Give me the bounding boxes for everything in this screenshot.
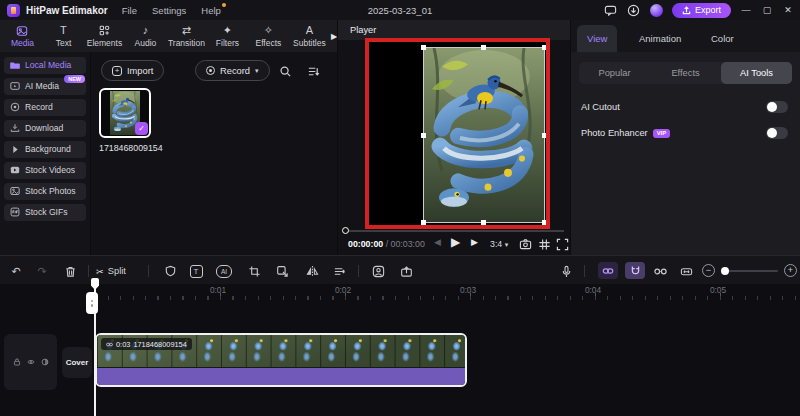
fit-timeline-button[interactable] bbox=[678, 263, 694, 279]
menu-help[interactable]: Help bbox=[201, 5, 221, 16]
zoom-in-button[interactable]: + bbox=[784, 264, 797, 277]
sidebar-item-stock-gifs[interactable]: Stock GIFs bbox=[4, 204, 86, 221]
grid-button[interactable] bbox=[538, 237, 551, 255]
sidebar-item-download[interactable]: Download bbox=[4, 120, 86, 137]
sidebar-item-background[interactable]: Background bbox=[4, 141, 86, 158]
media-library-panel: + Import Record ▾ ✓ 1718468009154 bbox=[90, 52, 337, 255]
split-button[interactable]: ✂ Split bbox=[96, 263, 126, 279]
filters-icon: ✦ bbox=[223, 24, 232, 37]
download-tray-icon bbox=[10, 123, 20, 133]
transition-icon: ⇄ bbox=[182, 24, 191, 37]
previous-frame-button[interactable]: ◀ bbox=[434, 237, 441, 247]
minimize-button[interactable]: — bbox=[740, 5, 752, 15]
scale-button[interactable] bbox=[274, 263, 290, 279]
flip-horizontal-button[interactable] bbox=[304, 263, 320, 279]
media-sidebar: Local Media AI Media NEW Record Download… bbox=[0, 52, 90, 255]
next-frame-button[interactable]: ▶ bbox=[471, 237, 478, 247]
sort-list-icon[interactable] bbox=[307, 64, 321, 78]
segment-popular[interactable]: Popular bbox=[579, 62, 650, 84]
tab-color[interactable]: Color bbox=[701, 25, 744, 52]
tab-effects[interactable]: ✧ Effects bbox=[248, 24, 289, 48]
background-expand-icon bbox=[10, 144, 20, 154]
stock-gifs-icon bbox=[10, 207, 20, 217]
speed-button[interactable] bbox=[331, 263, 347, 279]
maximize-button[interactable]: ▢ bbox=[761, 5, 773, 15]
export-button[interactable]: Export bbox=[672, 3, 731, 18]
ai-portrait-button[interactable] bbox=[370, 263, 386, 279]
zoom-out-button[interactable]: − bbox=[702, 264, 715, 277]
snapshot-button[interactable] bbox=[519, 237, 532, 255]
ai-cutout-toggle[interactable] bbox=[766, 101, 788, 113]
elements-icon bbox=[99, 24, 110, 37]
sidebar-item-local-media[interactable]: Local Media bbox=[4, 57, 86, 74]
segment-effects[interactable]: Effects bbox=[650, 62, 721, 84]
timeline-clip[interactable]: 0:03 1718468009154 bbox=[95, 333, 467, 387]
fullscreen-button[interactable] bbox=[556, 237, 569, 255]
ai-media-icon bbox=[10, 81, 20, 91]
clip-duration-bar bbox=[97, 368, 465, 385]
close-button[interactable]: ✕ bbox=[782, 5, 794, 15]
record-dropdown-caret-icon[interactable]: ▾ bbox=[255, 67, 259, 75]
seek-knob[interactable] bbox=[342, 227, 349, 234]
tab-elements[interactable]: Elements bbox=[84, 24, 125, 48]
timeline-area: 0:01 0:02 0:03 0:04 0:05 Cover 0:03 1718… bbox=[0, 284, 800, 416]
hide-track-icon[interactable] bbox=[27, 358, 35, 366]
tab-audio[interactable]: ♪ Audio bbox=[125, 24, 166, 48]
redo-button[interactable]: ↷ bbox=[34, 263, 50, 279]
unlink-button[interactable] bbox=[652, 263, 668, 279]
category-segmented-control: Popular Effects AI Tools bbox=[579, 62, 792, 84]
tab-text[interactable]: T Text bbox=[43, 24, 84, 48]
track-header-controls bbox=[4, 334, 57, 390]
sidebar-item-ai-media[interactable]: AI Media NEW bbox=[4, 78, 86, 95]
lock-track-icon[interactable] bbox=[13, 358, 21, 366]
playhead-handle[interactable] bbox=[86, 292, 98, 314]
record-button[interactable]: Record ▾ bbox=[195, 60, 270, 81]
add-text-button[interactable]: T bbox=[188, 263, 204, 279]
aspect-ratio-select[interactable]: 3:4 ▾ bbox=[490, 239, 508, 249]
undo-button[interactable]: ↶ bbox=[8, 263, 24, 279]
tab-transition[interactable]: ⇄ Transition bbox=[166, 24, 207, 48]
clip-link-icon bbox=[106, 341, 113, 348]
timeline-zoom-slider[interactable] bbox=[722, 270, 778, 272]
link-clips-button[interactable] bbox=[598, 262, 618, 279]
delete-button[interactable] bbox=[62, 263, 78, 279]
mute-track-icon[interactable] bbox=[41, 358, 49, 366]
crop-button[interactable] bbox=[246, 263, 262, 279]
play-button[interactable]: ▶ bbox=[451, 235, 460, 249]
segment-ai-tools[interactable]: AI Tools bbox=[721, 62, 792, 84]
media-item-name: 1718468009154 bbox=[99, 143, 163, 153]
search-icon[interactable] bbox=[279, 64, 293, 78]
project-title: 2025-03-23_01 bbox=[368, 5, 432, 16]
folder-icon bbox=[10, 60, 20, 70]
text-box-icon: T bbox=[190, 265, 203, 278]
import-button[interactable]: + Import bbox=[101, 60, 164, 81]
sidebar-item-record[interactable]: Record bbox=[4, 99, 86, 116]
snapping-magnet-button[interactable] bbox=[625, 262, 645, 279]
menu-settings[interactable]: Settings bbox=[152, 5, 186, 16]
export-frame-button[interactable] bbox=[398, 263, 414, 279]
download-icon[interactable] bbox=[627, 3, 641, 17]
media-type-tabs: Media T Text Elements ♪ Audio ⇄ Transiti… bbox=[0, 20, 337, 52]
sidebar-item-stock-videos[interactable]: Stock Videos bbox=[4, 162, 86, 179]
user-avatar[interactable] bbox=[650, 4, 663, 17]
ai-caption-button[interactable]: AI bbox=[216, 263, 232, 279]
seek-bar[interactable] bbox=[344, 230, 564, 232]
mask-shield-button[interactable] bbox=[162, 263, 178, 279]
cover-button[interactable]: Cover bbox=[62, 347, 92, 378]
stock-videos-icon bbox=[10, 165, 20, 175]
text-icon: T bbox=[60, 24, 67, 37]
sidebar-item-stock-photos[interactable]: Stock Photos bbox=[4, 183, 86, 200]
tab-subtitles[interactable]: A Subtitles bbox=[289, 24, 330, 48]
feedback-icon[interactable] bbox=[604, 3, 618, 17]
properties-panel: View Animation Color Popular Effects AI … bbox=[571, 20, 800, 255]
voiceover-mic-button[interactable] bbox=[558, 263, 574, 279]
tab-media[interactable]: Media bbox=[2, 24, 43, 48]
tab-filters[interactable]: ✦ Filters bbox=[207, 24, 248, 48]
time-display: 00:00:00 / 00:03:00 bbox=[348, 239, 425, 249]
zoom-slider-knob[interactable] bbox=[721, 267, 729, 275]
menu-file[interactable]: File bbox=[122, 5, 137, 16]
media-item-thumbnail[interactable]: ✓ bbox=[99, 88, 151, 138]
tab-animation[interactable]: Animation bbox=[629, 25, 691, 52]
tab-view[interactable]: View bbox=[577, 25, 617, 52]
photo-enhancer-toggle[interactable] bbox=[766, 127, 788, 139]
